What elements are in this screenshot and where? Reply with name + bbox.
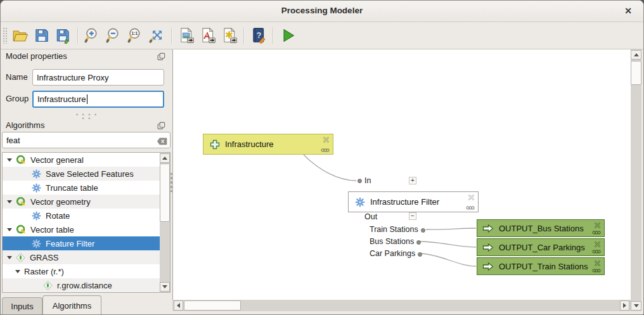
in-port-label: In — [364, 176, 371, 186]
expand-inputs-toggle[interactable]: + — [409, 177, 416, 184]
gear-icon — [32, 183, 41, 193]
tree-item-vector-geometry[interactable]: Vector geometry — [3, 195, 165, 209]
out-port-dot[interactable] — [418, 252, 422, 257]
gear-icon — [32, 169, 41, 179]
algorithm-search — [2, 132, 171, 148]
node-title: Infrastructure Filter — [370, 197, 439, 207]
tree-item-vector-general[interactable]: Vector general — [3, 153, 165, 167]
chevron-down-icon[interactable] — [7, 228, 12, 231]
triangle-down-icon — [162, 285, 167, 288]
output-node-car-parkings[interactable]: OUTPUT_Car Parkings — [477, 238, 605, 256]
out-port-dot[interactable] — [421, 228, 425, 233]
tree-item-grass[interactable]: GRASS — [3, 250, 165, 264]
remove-node-icon[interactable] — [594, 260, 601, 267]
tab-label: Inputs — [11, 302, 33, 311]
zoom-actual-size-button[interactable]: 1:1 — [126, 25, 146, 46]
tree-scrollbar-thumb[interactable] — [160, 164, 170, 222]
chevron-down-icon[interactable] — [7, 158, 12, 162]
collapse-outputs-toggle[interactable]: − — [409, 212, 416, 220]
export-as-image-button[interactable] — [176, 25, 196, 46]
remove-node-icon[interactable] — [323, 136, 330, 143]
toolbar-separator — [243, 27, 245, 44]
tree-item-truncate-table[interactable]: Truncate table — [3, 181, 171, 195]
processing-modeler-window: Processing Modeler ✕ 1:1 — [0, 0, 644, 315]
connector-train-stations — [426, 228, 476, 229]
save-icon — [34, 27, 50, 44]
qgis-icon — [16, 196, 26, 207]
links-expand-icon[interactable] — [592, 269, 601, 273]
float-panel-icon[interactable] — [157, 52, 165, 63]
scroll-down-button[interactable] — [160, 282, 170, 292]
toolbar-grip-handle[interactable] — [3, 27, 7, 44]
tree-item-raster-group[interactable]: Raster (r.*) — [3, 264, 171, 278]
export-as-pdf-button[interactable] — [198, 25, 218, 46]
vertical-scrollbar-thumb[interactable] — [631, 61, 641, 85]
remove-node-icon[interactable] — [468, 194, 475, 201]
folder-open-icon — [12, 27, 29, 44]
tab-algorithms[interactable]: Algorithms — [42, 295, 101, 315]
tree-item-save-selected-features[interactable]: Save Selected Features — [3, 167, 171, 181]
zoom-in-icon — [84, 27, 101, 44]
links-expand-icon[interactable] — [321, 148, 330, 152]
zoom-in-button[interactable] — [82, 25, 103, 46]
tree-item-label: Vector general — [30, 155, 84, 165]
model-canvas[interactable]: Infrastructure In + Infrastructure Filte… — [172, 49, 631, 300]
chevron-down-icon[interactable] — [15, 270, 20, 273]
open-model-button[interactable] — [10, 25, 30, 46]
scroll-up-button[interactable] — [160, 153, 170, 163]
scroll-up-button[interactable] — [631, 50, 641, 60]
output-node-bus-stations[interactable]: OUTPUT_Bus Stations — [477, 219, 605, 237]
float-panel-icon[interactable] — [157, 121, 165, 132]
out-port-dot[interactable] — [416, 240, 421, 245]
algorithms-tree: Vector general Save Selected Features Tr… — [2, 152, 171, 293]
qgis-icon — [16, 224, 26, 235]
links-expand-icon[interactable] — [592, 231, 601, 235]
zoom-1-1-icon: 1:1 — [127, 27, 144, 44]
tree-item-feature-filter[interactable]: Feature Filter — [3, 236, 171, 250]
titlebar[interactable]: Processing Modeler ✕ — [1, 1, 643, 22]
clear-search-icon[interactable] — [157, 136, 167, 148]
tree-item-label: Vector geometry — [30, 197, 91, 207]
close-button[interactable]: ✕ — [624, 5, 632, 16]
links-expand-icon[interactable] — [466, 206, 475, 210]
algorithm-node[interactable]: Infrastructure Filter — [348, 191, 479, 212]
help-button[interactable]: ? — [248, 25, 269, 46]
export-as-svg-button[interactable] — [219, 25, 240, 46]
canvas-horizontal-scrollbar[interactable] — [172, 300, 631, 311]
model-input-node[interactable]: Infrastructure — [203, 134, 333, 155]
name-field[interactable] — [32, 69, 164, 86]
tree-item-r-grow-distance[interactable]: r.grow.distance — [3, 278, 171, 292]
output-node-train-stations[interactable]: OUTPUT_Train Stations — [477, 257, 605, 275]
tab-inputs[interactable]: Inputs — [2, 297, 42, 315]
gear-icon — [355, 197, 365, 207]
tree-item-label: Feature Filter — [46, 239, 94, 248]
save-model-as-button[interactable] — [53, 25, 74, 46]
tree-item-rotate[interactable]: Rotate — [3, 209, 171, 222]
search-input[interactable] — [2, 132, 171, 148]
remove-node-icon[interactable] — [594, 241, 601, 248]
scroll-left-button[interactable] — [174, 300, 183, 311]
chevron-down-icon[interactable] — [7, 256, 12, 259]
toolbar-separator — [273, 27, 274, 44]
group-field-text: Infrastructure — [37, 94, 86, 104]
scroll-right-button[interactable] — [620, 300, 629, 311]
remove-node-icon[interactable] — [594, 222, 601, 229]
run-model-button[interactable] — [278, 25, 298, 46]
in-port-dot[interactable] — [357, 179, 362, 183]
canvas-vertical-scrollbar[interactable] — [631, 49, 641, 311]
connector-bus-stations — [420, 241, 476, 247]
links-expand-icon[interactable] — [592, 250, 601, 254]
save-model-button[interactable] — [32, 25, 52, 46]
chevron-down-icon[interactable] — [7, 200, 12, 203]
zoom-out-button[interactable] — [104, 25, 124, 46]
zoom-full-button[interactable] — [147, 25, 167, 46]
panel-splitter-handle[interactable]: • • • • • • — [75, 113, 98, 120]
horizontal-scrollbar-thumb[interactable] — [184, 300, 241, 311]
scroll-down-button[interactable] — [631, 301, 641, 311]
left-dock: Model properties Name Group Infrastructu… — [1, 49, 172, 315]
toolbar-separator — [171, 27, 172, 44]
tree-item-label: Truncate table — [46, 183, 98, 193]
group-field[interactable]: Infrastructure — [32, 91, 164, 108]
tree-item-vector-table[interactable]: Vector table — [3, 222, 165, 236]
toolbar: 1:1 ? — [1, 22, 643, 49]
